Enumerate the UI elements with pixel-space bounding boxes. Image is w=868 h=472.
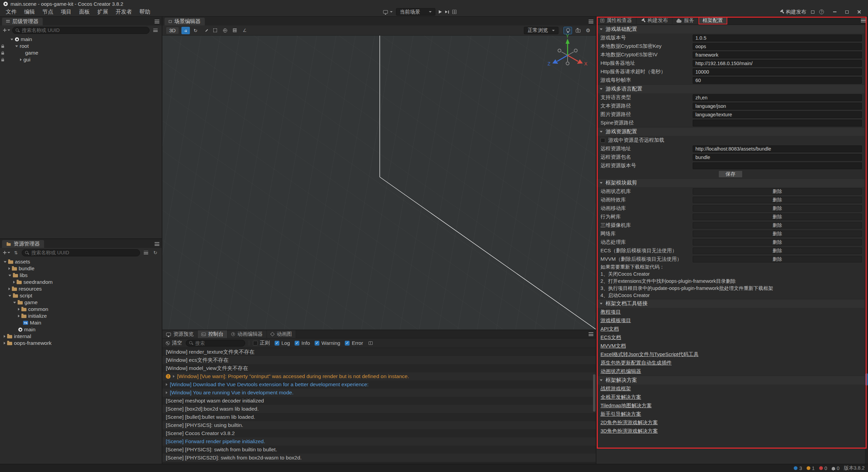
log-row[interactable]: [Scene] [bullet]:bullet wasm lib loaded. xyxy=(162,413,596,421)
panel-layout-button[interactable] xyxy=(811,11,814,14)
rotate-tool-button[interactable] xyxy=(191,27,200,34)
tab-anim-graph[interactable]: 动画图 xyxy=(267,330,296,338)
link-excel-tool[interactable]: Excel格式转Json文件与TypeScript代码工具 xyxy=(600,350,861,359)
inspector-scrollbar-thumb[interactable] xyxy=(865,373,868,386)
section-module-trim[interactable]: 框架模块裁剪 xyxy=(596,178,865,187)
info-count-badge[interactable]: 3 xyxy=(794,466,802,471)
chevron-right-icon[interactable] xyxy=(18,315,20,317)
build-publish-button[interactable]: 构建发布 xyxy=(779,9,806,15)
chevron-right-icon[interactable] xyxy=(8,288,10,290)
hierarchy-search-input[interactable] xyxy=(22,27,146,33)
asset-node-resources[interactable]: resources xyxy=(0,286,162,292)
log-row[interactable]: [Window] model_view文件夹不存在 xyxy=(162,364,596,372)
chevron-right-icon[interactable] xyxy=(166,383,167,386)
scene-panel-tab[interactable]: 场景编辑器 xyxy=(164,18,205,25)
assets-refresh-button[interactable] xyxy=(152,249,159,256)
tab-inspector[interactable]: 属性检查器 xyxy=(596,17,636,24)
menu-item[interactable]: 节点 xyxy=(39,7,57,16)
tab-anim-editor[interactable]: 动画编辑器 xyxy=(228,330,267,338)
http-timeout-input[interactable] xyxy=(693,68,862,75)
delete-anim-move-button[interactable]: 删除 xyxy=(693,205,862,212)
http-server-input[interactable] xyxy=(693,60,862,67)
gizmo-z-label[interactable]: Z xyxy=(548,61,551,66)
asset-node-Main[interactable]: Main xyxy=(0,319,162,326)
menu-item[interactable]: 扩展 xyxy=(94,7,112,16)
move-tool-button[interactable] xyxy=(181,27,190,34)
chevron-down-icon[interactable] xyxy=(8,295,11,297)
delete-mvvm-button[interactable]: 删除 xyxy=(693,256,862,262)
texture-path-input[interactable] xyxy=(693,111,862,118)
chevron-right-icon[interactable] xyxy=(8,267,10,270)
log-row[interactable]: [Window] ecs文件夹不存在 xyxy=(162,356,596,364)
languages-input[interactable] xyxy=(693,94,862,101)
filter-warning[interactable]: Warning xyxy=(315,340,340,346)
create-asset-button[interactable] xyxy=(3,249,10,256)
section-game-basic[interactable]: 游戏基础配置 xyxy=(596,25,865,34)
fps-input[interactable] xyxy=(693,77,862,84)
log-row[interactable]: [Window] Download the Vue Devtools exten… xyxy=(162,380,596,389)
log-row[interactable]: [Window] [Vue warn]: Property "onInput" … xyxy=(162,372,596,380)
warning-count-badge[interactable]: 1 xyxy=(807,466,815,471)
tab-console[interactable]: 控制台 xyxy=(198,330,228,338)
delete-anim-effect-button[interactable]: 删除 xyxy=(693,197,862,203)
log-row[interactable]: [Scene] [PHYSICS]: switch from builtin t… xyxy=(162,446,596,454)
log-row[interactable]: [Scene] [PHYSICS2D]: switch from box2d-w… xyxy=(162,454,596,462)
hierarchy-node-main[interactable]: main xyxy=(0,36,162,43)
chevron-down-icon[interactable] xyxy=(8,275,11,276)
link-animator-editor[interactable]: 动画状态机编辑器 xyxy=(600,367,861,376)
asset-node-common[interactable]: common xyxy=(0,306,162,313)
gizmo-y-label[interactable]: Y xyxy=(566,34,569,39)
preview-device-button[interactable] xyxy=(383,10,393,14)
snap-angle-tool-button[interactable] xyxy=(240,27,249,34)
crypto-key-input[interactable] xyxy=(693,43,862,50)
assets-sort-button[interactable] xyxy=(12,249,20,256)
bulb-toggle-button[interactable] xyxy=(564,27,572,34)
console-scrollbar-thumb[interactable] xyxy=(593,374,595,412)
chevron-down-icon[interactable] xyxy=(11,39,13,40)
hierarchy-menu-button[interactable] xyxy=(152,18,162,25)
log-row[interactable]: [Scene] Forward render pipeline initiali… xyxy=(162,437,596,446)
chevron-down-icon[interactable] xyxy=(15,45,18,47)
chevron-right-icon[interactable] xyxy=(4,335,5,338)
scene-select[interactable]: 当前场景 xyxy=(396,8,435,16)
hierarchy-panel-tab[interactable]: 层级管理器 xyxy=(2,18,43,25)
maximize-button[interactable] xyxy=(841,7,853,17)
log-row[interactable]: [Window] render_texture文件夹不存在 xyxy=(162,348,596,356)
log-row[interactable]: [Scene] [PHYSICS]: using builtin. xyxy=(162,421,596,429)
remote-version-input[interactable] xyxy=(693,162,862,169)
delete-dynamic-button[interactable]: 删除 xyxy=(693,239,862,245)
tab-framework-config[interactable]: 框架配置 xyxy=(698,17,727,24)
asset-node-bundle[interactable]: bundle xyxy=(0,265,162,272)
text-path-input[interactable] xyxy=(693,103,862,110)
hierarchy-filter-button[interactable] xyxy=(152,27,159,34)
asset-node-main[interactable]: main xyxy=(0,326,162,333)
assets-panel-tab[interactable]: 资源管理器 xyxy=(2,240,44,248)
hierarchy-node-game[interactable]: game xyxy=(0,50,162,56)
log-row[interactable]: [Window] You are running Vue in developm… xyxy=(162,389,596,397)
filter-log[interactable]: Log xyxy=(275,340,290,346)
tab-build[interactable]: 构建发布 xyxy=(636,17,672,24)
rect-tool-button[interactable] xyxy=(211,27,219,34)
menu-item[interactable]: 帮助 xyxy=(136,7,154,16)
chevron-down-icon[interactable] xyxy=(13,302,16,303)
scale-tool-button[interactable] xyxy=(201,27,210,34)
notification-badge[interactable]: 0 xyxy=(832,466,840,471)
chevron-right-icon[interactable] xyxy=(20,58,22,61)
error-count-badge[interactable]: 0 xyxy=(819,466,827,471)
crypto-iv-input[interactable] xyxy=(693,52,862,58)
console-menu-button[interactable] xyxy=(586,330,596,338)
link-template[interactable]: 游戏模板项目 xyxy=(600,316,861,325)
remote-load-checkbox[interactable]: 游戏中资源是否远程加载 xyxy=(600,137,664,143)
chevron-right-icon[interactable] xyxy=(13,281,15,283)
open-log-file-button[interactable] xyxy=(367,339,374,347)
delete-network-button[interactable]: 删除 xyxy=(693,231,862,237)
dimension-toggle-button[interactable]: 3D xyxy=(166,27,179,34)
delete-behavior-tree-button[interactable]: 删除 xyxy=(693,214,862,220)
section-doc-links[interactable]: 框架文档工具链接 xyxy=(596,299,865,308)
link-tiledmap[interactable]: Tiledmap地图解决方案 xyxy=(600,401,861,410)
remote-bundle-input[interactable] xyxy=(693,154,862,161)
section-game-language[interactable]: 游戏多语言配置 xyxy=(596,84,865,93)
scene-viewport[interactable]: X Y Z xyxy=(162,36,596,330)
assets-menu-button[interactable] xyxy=(152,240,162,248)
filter-error[interactable]: Error xyxy=(345,340,363,346)
